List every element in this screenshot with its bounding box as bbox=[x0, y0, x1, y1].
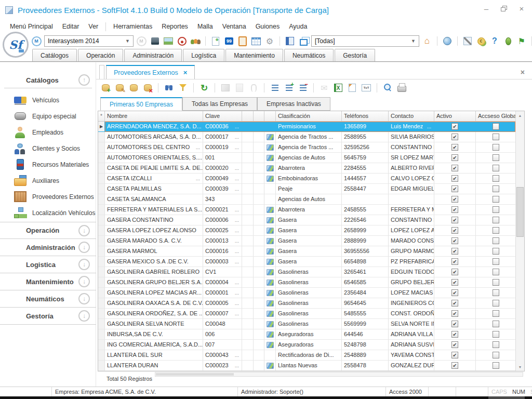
checkbox-acceso-global[interactable] bbox=[493, 134, 499, 140]
table-row[interactable]: GASOLINERA SELVA NORTEC00048Gasolineras5… bbox=[98, 319, 515, 329]
export-icon[interactable] bbox=[347, 83, 357, 93]
vertical-scrollbar[interactable]: ▲ ▼ bbox=[515, 111, 524, 371]
workspace-close-icon[interactable]: × bbox=[521, 68, 525, 76]
table-row[interactable]: GASOLINERA LOPEZ MACIAS AR...C000001...G… bbox=[98, 288, 515, 298]
checkbox-acceso-global[interactable] bbox=[493, 248, 499, 255]
grid-column-header-clasificacion[interactable]: Clasificación bbox=[276, 111, 342, 121]
map-icon[interactable] bbox=[267, 228, 274, 234]
db-edit-icon[interactable] bbox=[114, 83, 125, 93]
ellipsis-button[interactable]: ... bbox=[235, 257, 242, 267]
checkbox-activo[interactable]: ✔ bbox=[451, 206, 458, 213]
checkbox-acceso-global[interactable] bbox=[493, 321, 499, 327]
sidebar-item-recursos-materiales[interactable]: Recursos Materiales bbox=[0, 156, 96, 172]
grid-column-header-accseso-global[interactable]: Accseso Global bbox=[476, 111, 515, 121]
table-row[interactable]: GASERA MEXICO S.A .DE C.V.C000003...Gase… bbox=[98, 257, 515, 267]
checkbox-acceso-global[interactable] bbox=[493, 362, 499, 369]
tab-close-icon[interactable]: × bbox=[183, 69, 188, 76]
ellipsis-button[interactable]: ... bbox=[235, 309, 242, 318]
ellipsis-button[interactable]: ... bbox=[196, 142, 203, 152]
checkbox-activo[interactable]: ✔ bbox=[451, 300, 458, 307]
map-icon[interactable] bbox=[267, 269, 274, 275]
sidebar-section-gestoria[interactable]: Gestoría↓ bbox=[0, 308, 96, 325]
table-row[interactable]: AUTOMOTORES ORIENTALES, S....001Agencias… bbox=[98, 153, 515, 163]
zoom-icon[interactable] bbox=[382, 83, 393, 93]
table-row[interactable]: GASOLINERA GABRIEL ROBLEROCV1Gasolineras… bbox=[98, 267, 515, 277]
sidebar-section-mantenimiento[interactable]: Mantenimiento↓ bbox=[0, 273, 96, 290]
expand-down-icon[interactable]: ↓ bbox=[78, 259, 90, 270]
table-row[interactable]: AUTOMOTORES ARCASA, S.A. D...C000017...A… bbox=[98, 132, 515, 142]
checkbox-acceso-global[interactable] bbox=[493, 196, 499, 203]
db-add-icon[interactable] bbox=[100, 83, 111, 93]
checkbox-acceso-global[interactable] bbox=[493, 185, 499, 192]
menu-item-guiones[interactable]: Guiones bbox=[251, 21, 285, 32]
ninety-nine-icon[interactable] bbox=[224, 36, 234, 46]
excel-icon[interactable] bbox=[333, 83, 343, 93]
checkbox-activo[interactable]: ✔ bbox=[451, 362, 458, 369]
checkbox-activo[interactable]: ✔ bbox=[451, 341, 458, 348]
sidebar-item-vehiculos[interactable]: Vehículos bbox=[0, 92, 96, 108]
table-row[interactable]: GASOLINERA OAXACA S.A. DE C.V.C000005...… bbox=[98, 298, 515, 309]
table-row[interactable]: GASOLINERA GRUPO BELJER S.A...C000004...… bbox=[98, 277, 515, 288]
menu-item-reportes[interactable]: Reportes bbox=[157, 21, 193, 32]
map-icon[interactable] bbox=[267, 238, 274, 244]
flag-icon[interactable] bbox=[516, 36, 527, 46]
minimize-button[interactable]: – bbox=[482, 4, 490, 13]
map-icon[interactable] bbox=[267, 207, 274, 213]
sidebar-item-empleados[interactable]: Empleados bbox=[0, 124, 96, 140]
sidebar-item-localizacion-vehiculos[interactable]: Localización Vehículos bbox=[0, 205, 96, 221]
checkbox-activo[interactable]: ✔ bbox=[451, 185, 458, 192]
txt-icon[interactable] bbox=[361, 83, 371, 93]
module-tab-administracion[interactable]: Administración bbox=[124, 49, 182, 61]
view-tab-empresas-inactivas[interactable]: Empresas Inactivas bbox=[257, 97, 330, 111]
checkbox-activo[interactable]: ✔ bbox=[451, 289, 458, 296]
expand-down-icon[interactable]: ↓ bbox=[78, 225, 90, 236]
checkbox-activo[interactable]: ✔ bbox=[451, 175, 458, 182]
ellipsis-button[interactable]: ... bbox=[235, 246, 242, 256]
ellipsis-button[interactable]: ... bbox=[235, 215, 242, 225]
checkbox-acceso-global[interactable] bbox=[493, 258, 499, 265]
table-row[interactable]: ▶ARRENDADORA MENDEZ, S.A. D...C000036...… bbox=[98, 122, 515, 132]
table-row[interactable]: INBURSA,SA DE C.V.006Aseguradoras644546A… bbox=[98, 329, 515, 340]
filter-icon[interactable] bbox=[178, 83, 188, 93]
table-row[interactable]: CASETA IZCALLI...C000049...Embobinadoras… bbox=[98, 174, 515, 184]
db-view-icon[interactable] bbox=[128, 83, 139, 93]
map-icon[interactable] bbox=[267, 134, 274, 140]
grid-column-header-activo[interactable]: Activo bbox=[434, 111, 476, 121]
grid-icon[interactable] bbox=[251, 36, 261, 46]
cabinet-icon[interactable] bbox=[150, 36, 160, 46]
sidebar-section-catalogos[interactable]: Catálogos ↑ bbox=[0, 72, 96, 88]
collapse-up-icon[interactable]: ↑ bbox=[78, 74, 90, 86]
menu-item-ver[interactable]: Ver bbox=[84, 21, 103, 32]
table-row[interactable]: CASETA SALAMANCA343Agencias de Autos✔ bbox=[98, 194, 515, 205]
profile-m-icon[interactable] bbox=[31, 36, 42, 46]
module-tab-operacion[interactable]: Operación bbox=[78, 49, 123, 61]
checkbox-acceso-global[interactable] bbox=[493, 310, 499, 317]
sidebar-item-equipo-especial[interactable]: Equipo especial bbox=[0, 108, 96, 124]
ellipsis-button[interactable]: ... bbox=[235, 174, 242, 183]
new-doc-icon[interactable] bbox=[210, 36, 221, 46]
coins-icon[interactable] bbox=[476, 36, 486, 46]
tree-add-icon[interactable] bbox=[284, 83, 294, 93]
refresh-icon[interactable] bbox=[199, 83, 209, 93]
sidebar-item-proveedores-externos[interactable]: Proveedores Externos bbox=[0, 189, 96, 205]
grid-column-header-[interactable]: * bbox=[98, 111, 105, 121]
map-icon[interactable] bbox=[267, 259, 274, 265]
ellipsis-button[interactable]: ... bbox=[235, 288, 242, 298]
bug-icon[interactable] bbox=[503, 36, 513, 46]
checkbox-acceso-global[interactable] bbox=[493, 144, 499, 151]
checkbox-acceso-global[interactable] bbox=[493, 123, 499, 130]
checkbox-acceso-global[interactable] bbox=[493, 217, 499, 223]
scroll-down-icon[interactable]: ▼ bbox=[516, 363, 524, 371]
map-icon[interactable] bbox=[267, 321, 274, 327]
checkbox-activo[interactable]: ✔ bbox=[451, 227, 458, 234]
checkbox-activo[interactable]: ✔ bbox=[451, 154, 458, 161]
table-row[interactable]: ING COMERCIAL AMERICA, S.A.D...007Asegur… bbox=[98, 340, 515, 350]
checkbox-activo[interactable]: ✔ bbox=[451, 217, 458, 223]
menu-item-editar[interactable]: Editar bbox=[58, 21, 84, 32]
scrollbar-thumb[interactable] bbox=[516, 187, 524, 237]
ellipsis-button[interactable]: ... bbox=[235, 361, 242, 370]
grid-column-header-blank-3[interactable] bbox=[242, 111, 254, 121]
table-row[interactable]: AUTOMOTORES DEL CENTRO...C000019...Agenc… bbox=[98, 142, 515, 153]
checkbox-acceso-global[interactable] bbox=[493, 237, 499, 244]
users-icon[interactable] bbox=[190, 36, 201, 46]
